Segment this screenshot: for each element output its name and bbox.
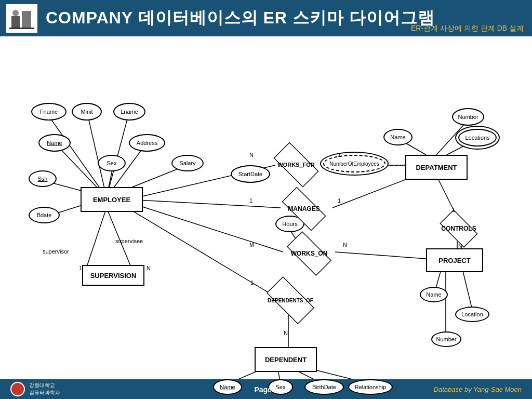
attr-lname: Lname <box>113 103 145 121</box>
attr-startdate: StartDate <box>231 165 270 183</box>
attr-proj-number: Number <box>431 331 461 347</box>
entity-dependent: DEPENDENT <box>255 347 317 372</box>
label-supervisor: supervisor <box>43 248 69 255</box>
svg-line-5 <box>87 113 107 197</box>
card-1-dep-of-emp: 1 <box>250 280 254 286</box>
card-1-manages-dept: 1 <box>338 197 341 204</box>
footer-logo-area: 강원대학교 컴퓨터과학과 <box>10 382 60 396</box>
attr-dep-name: Name <box>213 379 242 395</box>
attr-sex: Sex <box>98 155 126 171</box>
header-logo <box>6 4 37 33</box>
card-1-controls-dept: 1 <box>452 207 455 213</box>
attr-fname: Fname <box>31 103 66 121</box>
attr-locations: Locations <box>458 129 497 147</box>
header-subtitle: ER-관계 사상에 의한 관계 DB 설계 <box>411 24 524 33</box>
rel-dependents-of: DEPENDENTS_OF <box>260 285 321 316</box>
diagram: Fname Minit Lname Name Address Sex Salar… <box>0 36 532 379</box>
svg-line-4 <box>49 117 107 197</box>
svg-line-23 <box>138 205 283 252</box>
attr-salary: Salary <box>171 155 204 171</box>
svg-line-14 <box>84 208 107 274</box>
footer-author: Database by Yang-Sae Moon <box>434 385 522 393</box>
header: COMPANY 데이터베이스의 ER 스키마 다이어그램 ER-관계 사상에 의… <box>0 0 532 36</box>
card-n-dep-of-dep: N <box>284 330 288 336</box>
attr-proj-name: Name <box>420 287 448 302</box>
entity-department: DEPATMENT <box>405 155 468 180</box>
attr-dep-relationship: Relationship <box>348 379 393 395</box>
svg-line-22 <box>332 176 416 208</box>
attr-numemployees: NumberOfEmployees <box>323 155 385 172</box>
svg-rect-2 <box>9 28 34 29</box>
attr-proj-location: Location <box>455 307 489 322</box>
attr-dep-birthdate: BirthDate <box>304 379 344 395</box>
rel-manages: MANAGES <box>275 195 332 223</box>
footer-logo-circle <box>10 382 25 396</box>
footer-page: Page 3 <box>254 385 277 394</box>
label-supervisee: supervisee <box>115 238 143 244</box>
header-title: COMPANY 데이터베이스의 ER 스키마 다이어그램 <box>46 7 435 30</box>
rel-works-for: WORKS_FOR <box>268 150 325 180</box>
card-1-supervision: 1 <box>79 265 82 271</box>
attr-ssn: Ssn <box>29 170 57 187</box>
attr-minit: Minit <box>72 103 102 121</box>
svg-line-29 <box>462 269 472 308</box>
entity-supervision: SUPERVISION <box>82 265 144 286</box>
svg-line-25 <box>335 252 426 259</box>
svg-rect-1 <box>22 11 31 28</box>
attr-bdate: Bdate <box>29 207 60 223</box>
attr-dept-number: Number <box>452 108 484 126</box>
rel-controls: CONTROLS <box>435 216 482 242</box>
card-n-works-for-emp: N <box>249 152 254 158</box>
entity-project: PROJECT <box>426 248 483 272</box>
attr-name-emp: Name <box>38 134 71 152</box>
card-n-controls-proj: N <box>458 243 462 249</box>
svg-line-21 <box>138 200 281 208</box>
attr-address: Address <box>129 134 165 152</box>
card-1-works-for-dept: 1 <box>338 152 341 158</box>
card-m-works-on-emp: M <box>249 242 254 248</box>
card-n-works-on-proj: N <box>343 242 347 248</box>
rel-works-on: WORKS_ON <box>281 239 338 268</box>
entity-employee: EMPLOYEE <box>81 187 143 212</box>
attr-dept-name: Name <box>383 129 413 145</box>
card-n-supervision: N <box>147 265 151 271</box>
footer: 강원대학교 컴퓨터과학과 Page 3 Database by Yang-Sae… <box>0 379 532 399</box>
svg-point-3 <box>12 10 19 16</box>
card-1-manages-emp: 1 <box>249 197 252 204</box>
svg-rect-0 <box>11 16 20 28</box>
footer-school-name: 강원대학교 컴퓨터과학과 <box>29 382 60 396</box>
